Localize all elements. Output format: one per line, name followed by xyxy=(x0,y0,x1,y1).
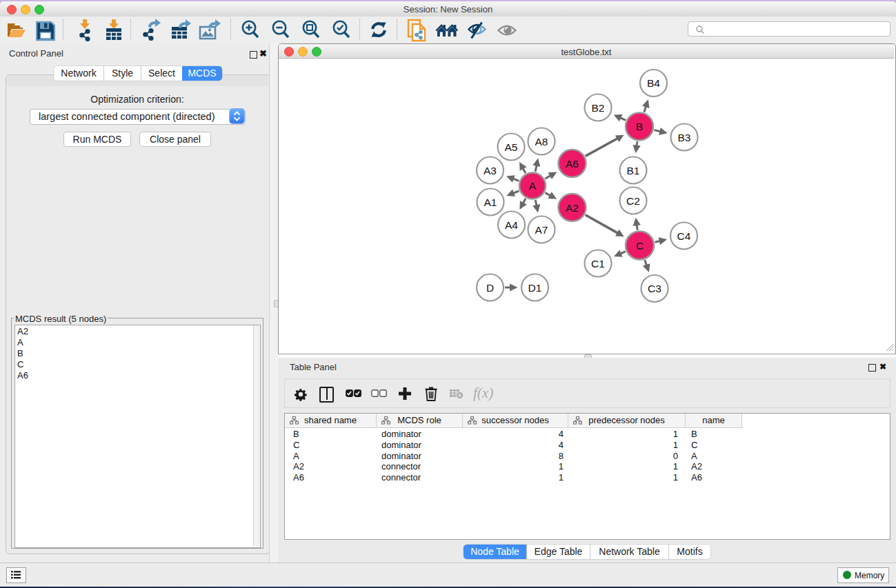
svg-text:A8: A8 xyxy=(535,136,548,148)
svg-text:C3: C3 xyxy=(648,283,661,294)
svg-text:D: D xyxy=(486,282,494,294)
svg-text:C2: C2 xyxy=(626,195,640,207)
svg-text:B4: B4 xyxy=(647,77,660,89)
svg-text:B: B xyxy=(636,121,643,132)
svg-text:D1: D1 xyxy=(528,282,542,294)
svg-text:A3: A3 xyxy=(484,165,497,176)
svg-text:B1: B1 xyxy=(627,165,640,176)
svg-text:A6: A6 xyxy=(566,158,579,170)
svg-text:A2: A2 xyxy=(566,202,579,214)
svg-text:A5: A5 xyxy=(505,141,518,153)
svg-text:A1: A1 xyxy=(484,196,497,208)
svg-text:A: A xyxy=(529,180,537,192)
svg-text:C1: C1 xyxy=(591,258,605,270)
svg-text:C: C xyxy=(636,240,644,252)
svg-text:A4: A4 xyxy=(505,219,518,231)
svg-text:B2: B2 xyxy=(592,102,605,114)
svg-text:B3: B3 xyxy=(678,132,691,143)
svg-text:A7: A7 xyxy=(535,224,548,236)
svg-text:C4: C4 xyxy=(677,230,691,242)
